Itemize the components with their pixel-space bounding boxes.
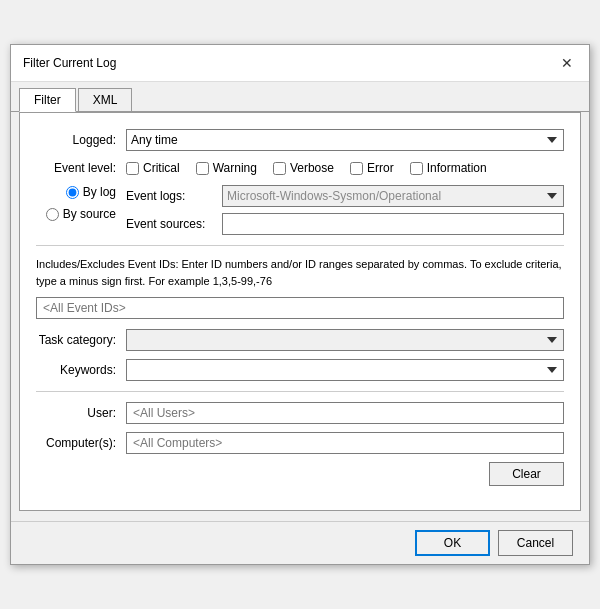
user-row: User: [36,402,564,424]
user-input[interactable] [126,402,564,424]
event-sources-label: Event sources: [126,217,216,231]
critical-checkbox[interactable] [126,162,139,175]
error-checkbox-label[interactable]: Error [350,161,394,175]
warning-checkbox-label[interactable]: Warning [196,161,257,175]
clear-button[interactable]: Clear [489,462,564,486]
by-log-label: By log [83,185,116,199]
information-checkbox[interactable] [410,162,423,175]
clear-button-row: Clear [36,462,564,486]
warning-label: Warning [213,161,257,175]
event-sources-row: Event sources: [126,213,564,235]
task-category-row: Task category: [36,329,564,351]
footer-buttons: OK Cancel [11,521,589,564]
radio-column: By log By source [36,185,126,221]
event-ids-row [36,297,564,319]
title-bar: Filter Current Log ✕ [11,45,589,82]
verbose-checkbox[interactable] [273,162,286,175]
event-logs-row: Event logs: Microsoft-Windows-Sysmon/Ope… [126,185,564,207]
event-logs-label: Event logs: [126,189,216,203]
description-text: Includes/Excludes Event IDs: Enter ID nu… [36,256,564,289]
dialog-title: Filter Current Log [23,56,116,70]
task-category-select[interactable] [126,329,564,351]
logged-select[interactable]: Any time [126,129,564,151]
tab-xml[interactable]: XML [78,88,133,111]
task-category-label: Task category: [36,333,126,347]
by-source-label: By source [63,207,116,221]
divider-2 [36,391,564,392]
information-checkbox-label[interactable]: Information [410,161,487,175]
log-source-row: By log By source Event logs: Microsoft-W… [36,185,564,235]
close-button[interactable]: ✕ [557,53,577,73]
verbose-checkbox-label[interactable]: Verbose [273,161,334,175]
cancel-button[interactable]: Cancel [498,530,573,556]
by-source-radio[interactable] [46,208,59,221]
log-source-grid: Event logs: Microsoft-Windows-Sysmon/Ope… [126,185,564,235]
by-log-radio-label[interactable]: By log [66,185,116,199]
event-level-row: Event level: Critical Warning Verbose Er… [36,161,564,175]
warning-checkbox[interactable] [196,162,209,175]
divider-1 [36,245,564,246]
dialog: Filter Current Log ✕ Filter XML Logged: … [10,44,590,565]
critical-label: Critical [143,161,180,175]
by-log-radio[interactable] [66,186,79,199]
ok-button[interactable]: OK [415,530,490,556]
tab-filter[interactable]: Filter [19,88,76,112]
logged-label: Logged: [36,133,126,147]
information-label: Information [427,161,487,175]
event-sources-select[interactable] [222,213,564,235]
computers-input[interactable] [126,432,564,454]
event-logs-select[interactable]: Microsoft-Windows-Sysmon/Operational [222,185,564,207]
error-checkbox[interactable] [350,162,363,175]
computers-row: Computer(s): [36,432,564,454]
user-label: User: [36,406,126,420]
keywords-label: Keywords: [36,363,126,377]
event-level-label: Event level: [36,161,126,175]
keywords-select[interactable] [126,359,564,381]
error-label: Error [367,161,394,175]
by-source-radio-label[interactable]: By source [46,207,116,221]
event-level-checkboxes: Critical Warning Verbose Error Informati… [126,161,564,175]
logged-row: Logged: Any time [36,129,564,151]
event-ids-input[interactable] [36,297,564,319]
filter-content: Logged: Any time Event level: Critical W… [19,112,581,511]
verbose-label: Verbose [290,161,334,175]
critical-checkbox-label[interactable]: Critical [126,161,180,175]
keywords-row: Keywords: [36,359,564,381]
tabs-bar: Filter XML [11,82,589,112]
computers-label: Computer(s): [36,436,126,450]
